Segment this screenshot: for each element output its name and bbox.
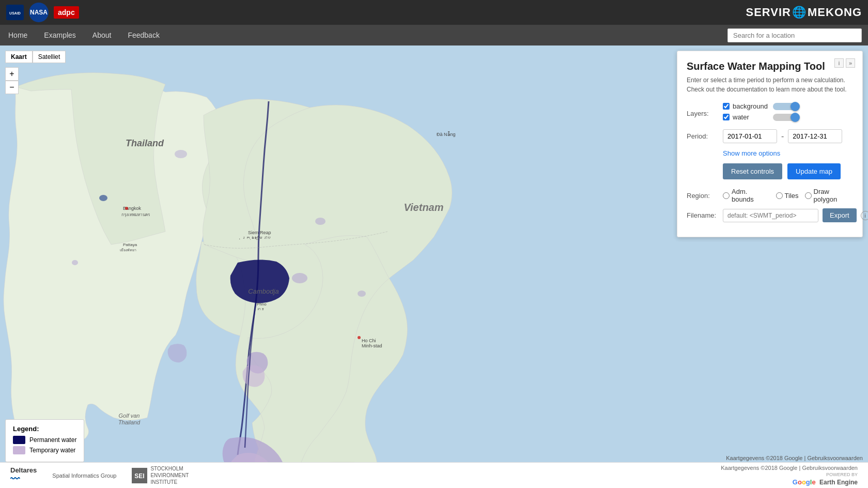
- layers-block: background water: [723, 102, 853, 124]
- layers-row: Layers: background water: [687, 102, 853, 124]
- zoom-in-button[interactable]: +: [5, 67, 19, 81]
- svg-text:Minh-stad: Minh-stad: [362, 343, 382, 348]
- svg-text:Ho Chi: Ho Chi: [362, 338, 376, 343]
- deltares-icon: 〰: [10, 474, 20, 485]
- region-polygon-option[interactable]: Draw polygon: [805, 188, 853, 203]
- reset-controls-button[interactable]: Reset controls: [723, 163, 782, 179]
- filename-inputs: Export i: [723, 208, 868, 222]
- period-row: Period: -: [687, 129, 853, 143]
- export-button[interactable]: Export: [823, 208, 857, 222]
- map-type-satelliet[interactable]: Satelliet: [33, 51, 66, 63]
- nav-home[interactable]: Home: [0, 25, 36, 45]
- svg-text:Pattaya: Pattaya: [123, 242, 137, 247]
- map-container[interactable]: Golf van Thailand Thailand Vietnam Cambo…: [0, 45, 868, 488]
- svg-text:Vietnam: Vietnam: [404, 202, 443, 213]
- deltares-name: Deltares: [10, 466, 37, 474]
- panel-description: Enter or select a time period to perform…: [687, 75, 853, 94]
- sig-label: Spatial Informatics Group: [52, 472, 116, 479]
- layer-water-row: water: [723, 113, 853, 121]
- sei-icon: SEI: [132, 468, 147, 483]
- globe-icon: 🌐: [792, 6, 807, 19]
- layer-water-slider[interactable]: [773, 114, 799, 121]
- zoom-controls: + −: [5, 67, 66, 94]
- powered-by-label: POWERED BY: [826, 472, 858, 477]
- period-label: Period:: [687, 132, 723, 140]
- nasa-logo: NASA: [29, 3, 49, 22]
- google-earth-engine-logo: Google Earth Engine: [793, 478, 858, 486]
- date-end-input[interactable]: [788, 129, 842, 143]
- svg-text:เมืองพัทยา: เมืองพัทยา: [120, 248, 136, 252]
- sei-label: STOCKHOLM ENVIRONMENT INSTITUTE: [150, 465, 189, 485]
- svg-text:SEI: SEI: [135, 472, 145, 480]
- panel-title: Surface Water Mapping Tool: [687, 60, 853, 72]
- period-dash: -: [781, 132, 784, 141]
- permanent-water-swatch: [13, 436, 25, 444]
- region-tiles-option[interactable]: Tiles: [776, 192, 799, 200]
- filename-input[interactable]: [723, 209, 818, 222]
- panel-info-button[interactable]: i: [834, 58, 844, 68]
- svg-text:Siem Reap: Siem Reap: [248, 230, 271, 235]
- panel: i » Surface Water Mapping Tool Enter or …: [677, 51, 863, 237]
- svg-text:ក្រុងសៀមរាប: ក្រុងសៀមរាប: [239, 236, 271, 240]
- legend: Legend: Permanent water Temporary water: [5, 419, 84, 462]
- action-buttons: Reset controls Update map: [723, 163, 853, 179]
- header: USAID NASA adpc SERVIR 🌐 MEKONG: [0, 0, 868, 25]
- legend-permanent-item: Permanent water: [13, 436, 76, 444]
- layer-water-thumb: [791, 113, 800, 122]
- region-adm-radio[interactable]: [723, 192, 730, 199]
- region-adm-label: Adm. bounds: [732, 188, 770, 203]
- layer-background-checkbox[interactable]: [723, 103, 730, 110]
- svg-text:กรุงเทพมหานคร: กรุงเทพมหานคร: [121, 212, 150, 217]
- svg-text:ពន: ពន: [257, 307, 265, 312]
- adpc-logo: adpc: [54, 6, 79, 19]
- footer-copy: Kaartgegevens ©2018 Google | Gebruiksvoo…: [721, 465, 858, 471]
- earth-engine-text: Earth Engine: [818, 479, 858, 486]
- usaid-seal-icon: USAID: [9, 7, 21, 18]
- map-controls: Kaart Satelliet + −: [5, 51, 66, 94]
- navbar: Home Examples About Feedback: [0, 25, 868, 45]
- layer-background-row: background: [723, 102, 853, 110]
- legend-temporary-item: Temporary water: [13, 446, 76, 454]
- svg-point-7: [292, 273, 307, 283]
- svg-text:Golf van: Golf van: [119, 413, 140, 419]
- svg-text:USAID: USAID: [9, 11, 21, 15]
- svg-text:Thailand: Thailand: [118, 419, 141, 425]
- show-more-options-button[interactable]: Show more options: [723, 149, 780, 157]
- search-bar: [727, 28, 868, 42]
- layer-background-slider[interactable]: [773, 103, 799, 110]
- sig-logo: Spatial Informatics Group: [52, 472, 116, 479]
- region-adm-option[interactable]: Adm. bounds: [723, 188, 770, 203]
- svg-text:Đà Nẵng: Đà Nẵng: [437, 131, 456, 137]
- svg-point-4: [72, 260, 78, 265]
- footer-right: Kaartgegevens ©2018 Google | Gebruiksvoo…: [721, 465, 858, 486]
- nav-examples[interactable]: Examples: [36, 25, 84, 45]
- search-input[interactable]: [727, 28, 862, 42]
- footer-logos: Deltares 〰 Spatial Informatics Group SEI…: [10, 465, 189, 485]
- svg-text:Thailand: Thailand: [126, 138, 164, 148]
- region-tiles-radio[interactable]: [776, 192, 783, 199]
- layer-background-thumb: [791, 102, 800, 111]
- region-options: Adm. bounds Tiles Draw polygon: [723, 188, 853, 203]
- region-tiles-label: Tiles: [785, 192, 799, 200]
- permanent-water-label: Permanent water: [29, 436, 76, 444]
- export-info-icon[interactable]: i: [861, 211, 868, 220]
- svg-text:Cambodja: Cambodja: [248, 287, 278, 295]
- layer-water-label: water: [733, 113, 769, 121]
- region-polygon-label: Draw polygon: [814, 188, 853, 203]
- panel-controls: i »: [834, 58, 855, 68]
- svg-point-16: [125, 207, 128, 210]
- region-polygon-radio[interactable]: [805, 192, 812, 199]
- date-start-input[interactable]: [723, 129, 777, 143]
- region-label: Region:: [687, 192, 723, 200]
- temporary-water-swatch: [13, 446, 25, 454]
- nav-feedback[interactable]: Feedback: [119, 25, 167, 45]
- nav-about[interactable]: About: [84, 25, 120, 45]
- update-map-button[interactable]: Update map: [787, 163, 841, 179]
- zoom-out-button[interactable]: −: [5, 81, 19, 94]
- deltares-logo: Deltares 〰: [10, 466, 37, 485]
- panel-expand-button[interactable]: »: [846, 58, 855, 68]
- period-inputs: -: [723, 129, 842, 143]
- layer-water-checkbox[interactable]: [723, 114, 730, 120]
- svg-point-5: [175, 150, 187, 158]
- map-type-kaart[interactable]: Kaart: [5, 51, 33, 63]
